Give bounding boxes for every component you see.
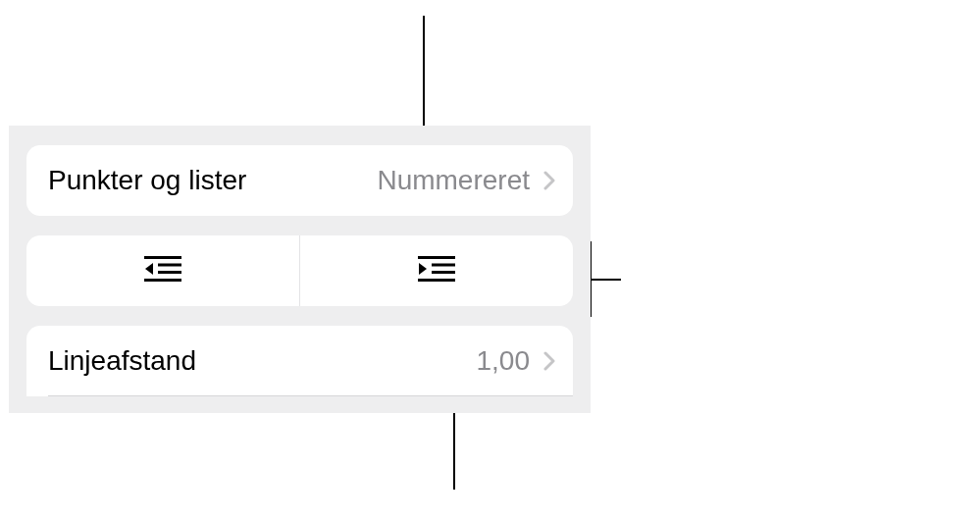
format-panel: Punkter og lister Nummereret <box>9 126 591 413</box>
line-spacing-value-wrap: 1,00 <box>477 345 556 377</box>
decrease-indent-icon <box>144 256 181 285</box>
line-spacing-label: Linjeafstand <box>48 345 196 377</box>
decrease-indent-button[interactable] <box>26 235 299 306</box>
chevron-right-icon <box>543 351 555 371</box>
svg-rect-5 <box>418 256 455 259</box>
svg-rect-1 <box>158 264 181 267</box>
svg-marker-9 <box>419 263 427 275</box>
svg-rect-6 <box>432 264 455 267</box>
svg-marker-4 <box>145 263 153 275</box>
line-spacing-row[interactable]: Linjeafstand 1,00 <box>26 326 573 396</box>
svg-rect-8 <box>418 279 455 282</box>
svg-rect-2 <box>158 271 181 274</box>
row-divider <box>48 395 573 396</box>
bullets-and-lists-value: Nummereret <box>377 165 530 196</box>
indent-controls-row <box>26 235 573 306</box>
line-spacing-value: 1,00 <box>477 345 531 377</box>
bullets-and-lists-value-wrap: Nummereret <box>377 165 555 196</box>
svg-rect-7 <box>432 271 455 274</box>
bullets-and-lists-label: Punkter og lister <box>48 165 246 196</box>
increase-indent-button[interactable] <box>300 235 573 306</box>
bullets-and-lists-row[interactable]: Punkter og lister Nummereret <box>26 145 573 216</box>
increase-indent-icon <box>418 256 455 285</box>
callout-line-right-horizontal <box>590 279 621 281</box>
chevron-right-icon <box>543 171 555 190</box>
svg-rect-0 <box>144 256 181 259</box>
svg-rect-3 <box>144 279 181 282</box>
